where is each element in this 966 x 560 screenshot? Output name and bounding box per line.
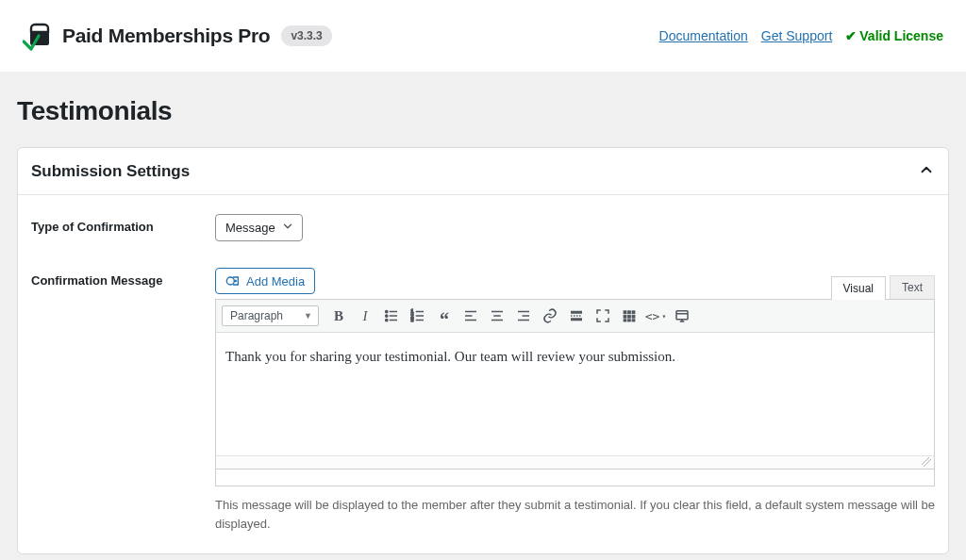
insert-read-more-button[interactable]: [564, 304, 589, 328]
editor-content-area[interactable]: Thank you for sharing your testimonial. …: [216, 333, 934, 455]
header-links: Documentation Get Support ✔ Valid Licens…: [659, 28, 943, 43]
svg-rect-31: [632, 315, 635, 318]
panel-title: Submission Settings: [31, 162, 190, 181]
logo-icon: [23, 21, 57, 51]
check-icon: ✔: [845, 28, 857, 43]
license-label-text: Valid License: [859, 28, 943, 43]
caret-down-icon: ▼: [304, 311, 312, 321]
tab-visual[interactable]: Visual: [831, 276, 886, 300]
svg-rect-32: [624, 320, 626, 321]
field-help-text: This message will be displayed to the me…: [215, 496, 935, 533]
italic-button[interactable]: I: [353, 304, 377, 328]
add-media-button[interactable]: Add Media: [215, 268, 315, 294]
fullscreen-button[interactable]: [591, 304, 615, 328]
field-type-of-confirmation: Type of Confirmation Message: [31, 214, 935, 241]
svg-rect-23: [571, 311, 582, 314]
svg-rect-33: [627, 320, 630, 321]
field-confirmation-message: Confirmation Message Add Media: [31, 268, 935, 533]
bulleted-list-button[interactable]: [379, 304, 404, 328]
brand: Paid Memberships Pro v3.3.3: [23, 21, 332, 51]
select-value: Message: [225, 221, 275, 235]
add-media-label: Add Media: [246, 274, 305, 288]
submission-settings-panel: Submission Settings Type of Confirmation…: [17, 147, 949, 554]
svg-rect-34: [632, 320, 635, 321]
field-label: Confirmation Message: [31, 268, 215, 533]
preview-button[interactable]: [670, 304, 694, 328]
editor-toolbar: Paragraph ▼ B I 123 “: [216, 300, 934, 333]
bold-button[interactable]: B: [326, 304, 351, 328]
numbered-list-button[interactable]: 123: [406, 304, 430, 328]
field-label: Type of Confirmation: [31, 214, 215, 241]
version-badge: v3.3.3: [281, 25, 331, 46]
align-center-button[interactable]: [485, 304, 509, 328]
insert-link-button[interactable]: [538, 304, 562, 328]
page-title: Testimonials: [17, 96, 949, 126]
align-left-button[interactable]: [458, 304, 483, 328]
editor-status-bar: [215, 469, 935, 486]
svg-rect-35: [676, 311, 688, 320]
panel-body: Type of Confirmation Message Confirmatio…: [18, 195, 948, 553]
toolbar-toggle-button[interactable]: [617, 304, 641, 328]
chevron-up-icon: [918, 161, 935, 181]
media-icon: [225, 273, 241, 288]
license-status: ✔ Valid License: [845, 28, 943, 43]
svg-rect-28: [632, 311, 635, 314]
get-support-link[interactable]: Get Support: [761, 28, 833, 43]
svg-rect-30: [627, 315, 630, 318]
svg-rect-27: [627, 311, 630, 314]
brand-title: Paid Memberships Pro: [62, 25, 270, 47]
align-right-button[interactable]: [511, 304, 536, 328]
panel-toggle[interactable]: Submission Settings: [18, 148, 948, 195]
type-of-confirmation-select[interactable]: Message: [215, 214, 303, 241]
svg-point-4: [386, 315, 388, 317]
svg-rect-29: [624, 315, 626, 318]
app-header: Paid Memberships Pro v3.3.3 Documentatio…: [0, 0, 966, 72]
svg-rect-26: [624, 311, 626, 314]
paragraph-label: Paragraph: [230, 309, 283, 322]
blockquote-button[interactable]: “: [432, 304, 457, 328]
svg-point-6: [386, 319, 388, 321]
brand-logo: Paid Memberships Pro: [23, 21, 270, 51]
chevron-down-icon: [281, 220, 294, 236]
code-toggle-button[interactable]: <>▾: [643, 304, 668, 328]
paragraph-format-select[interactable]: Paragraph ▼: [222, 305, 319, 326]
rich-text-editor: Paragraph ▼ B I 123 “: [215, 299, 935, 469]
svg-point-1: [226, 277, 234, 285]
svg-text:3: 3: [410, 317, 413, 322]
tab-text[interactable]: Text: [890, 275, 935, 299]
svg-point-2: [386, 310, 388, 312]
svg-rect-25: [571, 318, 582, 321]
documentation-link[interactable]: Documentation: [659, 28, 748, 43]
editor-tabs: Visual Text: [831, 275, 935, 299]
resize-handle[interactable]: [216, 455, 934, 469]
page-content: Testimonials Submission Settings Type of…: [0, 96, 966, 560]
